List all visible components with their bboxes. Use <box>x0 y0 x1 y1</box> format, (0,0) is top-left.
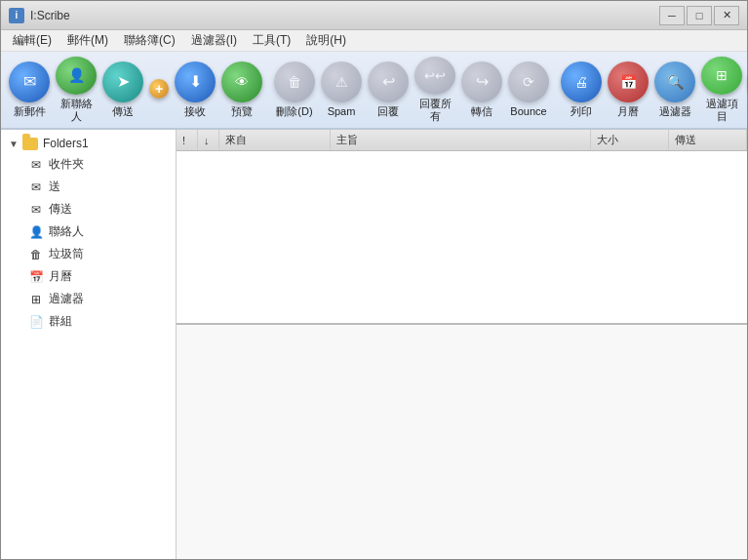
contacts-icon: 👤 <box>28 224 44 240</box>
sidebar-root-label: Folders1 <box>43 137 89 150</box>
sidebar-item-groups[interactable]: 📄 群組 <box>24 310 172 333</box>
sidebar-children: ✉ 收件夾 ✉ 送 ✉ 傳送 👤 聯絡人 <box>5 153 172 333</box>
outbox-icon: ✉ <box>28 202 44 218</box>
menu-help[interactable]: 說明(H) <box>298 30 354 51</box>
preview-pane <box>177 325 747 559</box>
menu-edit[interactable]: 編輯(E) <box>5 30 59 51</box>
filter-items-button[interactable]: ⊞ 過濾項目 <box>699 55 744 125</box>
new-mail-button[interactable]: ✉ 新郵件 <box>7 55 52 125</box>
contacts-label: 聯絡人 <box>49 223 84 240</box>
content-area: ▼ Folders1 ✉ 收件夾 ✉ 送 ✉ 傳送 <box>1 130 747 559</box>
preview-icon: 👁 <box>221 61 262 102</box>
app-icon: i <box>9 8 24 23</box>
new-contact-button[interactable]: 👤 新聯絡人 <box>54 55 98 125</box>
reply-all-button[interactable]: ↩↩ 回覆所有 <box>413 55 457 125</box>
spam-label: Spam <box>328 105 356 118</box>
sent-label: 送 <box>49 179 60 195</box>
sidebar-root[interactable]: ▼ Folders1 <box>5 134 172 153</box>
col-attach-header[interactable]: ↓ <box>198 130 219 150</box>
filter-items-label: 過濾項目 <box>701 98 742 123</box>
sidebar-item-sent[interactable]: ✉ 送 <box>24 176 172 198</box>
forward-button[interactable]: ↪ 轉信 <box>459 55 504 125</box>
groups-label: 群組 <box>49 313 72 330</box>
menu-contact[interactable]: 聯絡簿(C) <box>116 30 183 51</box>
sidebar-item-filters[interactable]: ⊞ 過濾器 <box>24 288 172 310</box>
filter-view-button[interactable]: 🔍 過濾器 <box>652 55 697 125</box>
groups-icon: 📄 <box>28 314 44 330</box>
message-list-header: ! ↓ 來自 主旨 大小 傳送 <box>177 130 747 151</box>
reply-label: 回覆 <box>377 105 399 118</box>
window-controls: ─ □ ✕ <box>659 6 739 25</box>
reply-all-icon: ↩↩ <box>414 57 455 95</box>
sidebar-item-trash[interactable]: 🗑 垃圾筒 <box>24 243 172 265</box>
calendar-icon: 📅 <box>608 61 649 102</box>
sidebar-item-contacts[interactable]: 👤 聯絡人 <box>24 220 172 243</box>
delete-button[interactable]: 🗑 刪除(D) <box>272 55 317 125</box>
sidebar-item-inbox[interactable]: ✉ 收件夾 <box>24 153 172 176</box>
menu-bar: 編輯(E) 郵件(M) 聯絡簿(C) 過濾器(I) 工具(T) 說明(H) <box>1 30 747 52</box>
send-icon: ➤ <box>102 61 143 102</box>
inbox-icon: ✉ <box>28 157 44 173</box>
sidebar: ▼ Folders1 ✉ 收件夾 ✉ 送 ✉ 傳送 <box>1 130 177 559</box>
reply-icon: ↩ <box>368 61 409 102</box>
plus-button[interactable]: + <box>147 55 171 125</box>
inbox-label: 收件夾 <box>49 156 84 173</box>
receive-label: 接收 <box>184 105 206 118</box>
outbox-label: 傳送 <box>49 201 72 218</box>
col-size-header[interactable]: 大小 <box>591 130 669 150</box>
calendar-label: 月曆 <box>617 105 639 118</box>
col-date-header[interactable]: 傳送 <box>669 130 747 150</box>
preview-label: 預覽 <box>231 105 253 118</box>
calendar-button[interactable]: 📅 月曆 <box>606 55 650 125</box>
new-contact-icon: 👤 <box>56 57 97 95</box>
receive-button[interactable]: ⬇ 接收 <box>173 55 217 125</box>
menu-filter[interactable]: 過濾器(I) <box>183 30 245 51</box>
reply-button[interactable]: ↩ 回覆 <box>366 55 411 125</box>
filter-view-label: 過濾器 <box>659 105 691 118</box>
minimize-button[interactable]: ─ <box>659 6 685 25</box>
plus-icon: + <box>149 79 169 99</box>
maximize-button[interactable]: □ <box>687 6 712 25</box>
delete-icon: 🗑 <box>274 61 315 102</box>
spam-icon: ⚠ <box>321 61 362 102</box>
new-mail-icon: ✉ <box>9 61 50 102</box>
close-button[interactable]: ✕ <box>714 6 739 25</box>
send-label: 傳送 <box>112 105 134 118</box>
filter-items-icon: ⊞ <box>701 57 742 95</box>
filter-view-icon: 🔍 <box>654 61 695 102</box>
print-button[interactable]: 🖨 列印 <box>559 55 604 125</box>
bounce-label: Bounce <box>510 105 546 118</box>
new-contact-label: 新聯絡人 <box>56 98 97 123</box>
reply-all-label: 回覆所有 <box>414 98 455 123</box>
folders-icon <box>22 138 38 150</box>
sent-icon: ✉ <box>28 180 44 195</box>
title-bar: i I:Scribe ─ □ ✕ <box>1 1 747 30</box>
main-panel: ! ↓ 來自 主旨 大小 傳送 <box>177 130 747 559</box>
message-list[interactable]: ! ↓ 來自 主旨 大小 傳送 <box>177 130 747 325</box>
tree-expand-arrow: ▼ <box>9 139 19 149</box>
window-title: I:Scribe <box>30 9 659 22</box>
menu-tools[interactable]: 工具(T) <box>245 30 298 51</box>
calendar-sidebar-label: 月曆 <box>49 268 72 285</box>
bounce-icon: ⟳ <box>508 61 549 102</box>
menu-mail[interactable]: 郵件(M) <box>59 30 116 51</box>
toolbar: ✉ 新郵件 👤 新聯絡人 ➤ 傳送 + ⬇ 接收 <box>1 52 747 130</box>
send-button[interactable]: ➤ 傳送 <box>100 55 145 125</box>
col-subject-header[interactable]: 主旨 <box>331 130 591 150</box>
col-flag-header[interactable]: ! <box>177 130 198 150</box>
bounce-button[interactable]: ⟳ Bounce <box>506 55 551 125</box>
sidebar-item-calendar[interactable]: 📅 月曆 <box>24 265 172 288</box>
forward-icon: ↪ <box>461 61 502 102</box>
trash-icon: 🗑 <box>28 247 44 262</box>
receive-icon: ⬇ <box>175 61 216 102</box>
filters-icon: ⊞ <box>28 292 44 307</box>
print-label: 列印 <box>571 105 592 118</box>
spam-button[interactable]: ⚠ Spam <box>319 55 364 125</box>
trash-label: 垃圾筒 <box>49 246 84 262</box>
sidebar-item-outbox[interactable]: ✉ 傳送 <box>24 198 172 220</box>
col-from-header[interactable]: 來自 <box>219 130 331 150</box>
forward-label: 轉信 <box>471 105 492 118</box>
app-window: i I:Scribe ─ □ ✕ 編輯(E) 郵件(M) 聯絡簿(C) 過濾器(… <box>0 0 748 560</box>
filters-label: 過濾器 <box>49 291 84 307</box>
preview-button[interactable]: 👁 預覽 <box>219 55 264 125</box>
